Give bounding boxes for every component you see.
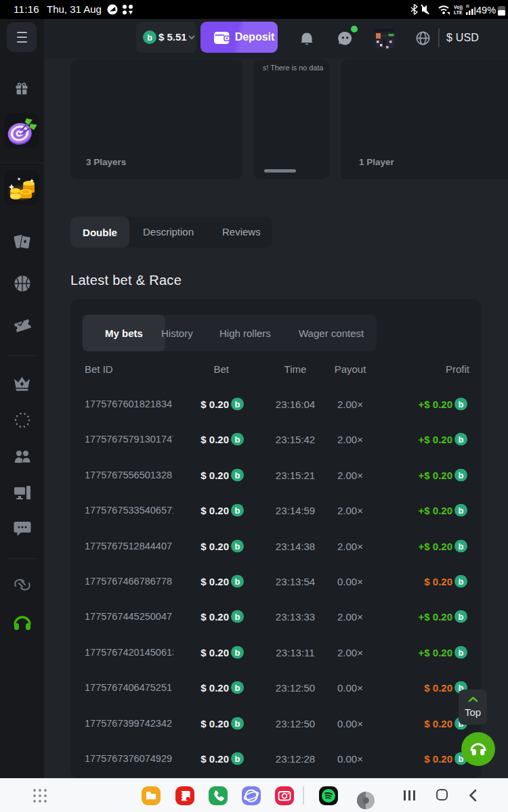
svg-text:49%: 49%: [476, 5, 496, 16]
svg-text:b: b: [459, 647, 464, 657]
svg-text:b: b: [459, 541, 464, 551]
svg-text:b: b: [459, 577, 464, 587]
svg-text:b: b: [235, 577, 240, 587]
svg-text:b: b: [459, 505, 464, 516]
svg-text:b: b: [235, 683, 240, 693]
svg-text:b: b: [235, 505, 240, 516]
svg-text:Vo)): Vo)): [454, 5, 463, 10]
svg-text:R: R: [466, 4, 469, 9]
svg-text:b: b: [459, 434, 464, 445]
svg-text:b: b: [459, 399, 464, 409]
svg-text:b: b: [235, 399, 240, 409]
svg-text:b: b: [235, 647, 240, 657]
svg-text:b: b: [235, 470, 240, 480]
svg-text:b: b: [459, 470, 464, 480]
svg-text:b: b: [235, 612, 240, 622]
svg-text:b: b: [235, 434, 240, 445]
svg-text:LTE: LTE: [454, 10, 463, 15]
svg-text:b: b: [235, 541, 240, 551]
svg-text:b: b: [459, 612, 464, 622]
svg-text:b: b: [147, 33, 152, 43]
svg-text:b: b: [235, 754, 240, 764]
svg-text:b: b: [235, 718, 240, 728]
